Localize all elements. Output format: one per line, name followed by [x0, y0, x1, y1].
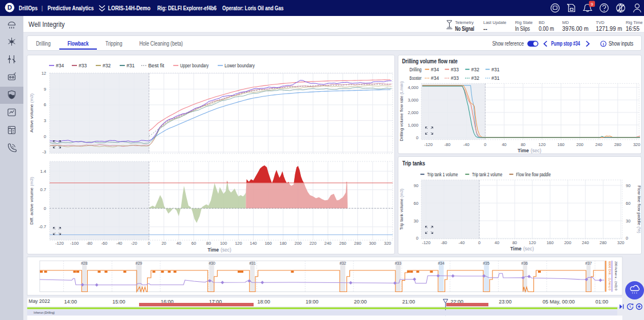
svg-text:Rig Time: Rig Time: [626, 20, 643, 25]
svg-text:(sec): (sec): [531, 148, 541, 153]
svg-text:#33: #33: [451, 75, 459, 81]
svg-text:9: 9: [44, 87, 46, 92]
svg-text:Show reference: Show reference: [492, 40, 524, 47]
svg-text:Lower boundary: Lower boundary: [225, 63, 255, 68]
svg-text:200: 200: [576, 142, 584, 147]
svg-text:0.00 m: 0.00 m: [539, 25, 554, 32]
svg-text:#32: #32: [471, 75, 479, 81]
svg-text:Time: Time: [207, 247, 219, 253]
svg-text:1.4: 1.4: [40, 169, 46, 174]
svg-text:-80: -80: [86, 241, 92, 246]
svg-text:220: 220: [309, 241, 317, 246]
svg-text:-40: -40: [116, 241, 123, 246]
svg-text:240: 240: [324, 241, 332, 246]
svg-text:200: 200: [295, 241, 302, 246]
svg-text:#34: #34: [56, 63, 64, 68]
svg-text:Flow line flow paddle (%): Flow line flow paddle (%): [637, 185, 641, 233]
svg-text:In Slips: In Slips: [515, 25, 530, 32]
svg-text:280: 280: [600, 240, 607, 245]
svg-text:Drilling volume flow rate (L/m: Drilling volume flow rate (L/min): [399, 81, 404, 141]
svg-text:3: 3: [44, 118, 46, 123]
svg-text:80: 80: [206, 241, 211, 246]
svg-text:D: D: [7, 4, 12, 11]
svg-text:#31: #31: [491, 67, 499, 72]
svg-text:16:55: 16:55: [626, 25, 639, 32]
svg-text:280: 280: [614, 142, 622, 147]
svg-text:#30: #30: [209, 261, 215, 265]
svg-text:-20: -20: [131, 241, 137, 246]
svg-text:-120: -120: [422, 240, 430, 245]
svg-text:60: 60: [414, 201, 418, 206]
svg-text:-40: -40: [463, 142, 470, 147]
svg-text:Drilling: Drilling: [36, 40, 51, 47]
svg-text:320: 320: [633, 142, 641, 147]
svg-text:Diff. active volume (m3): Diff. active volume (m3): [29, 177, 34, 225]
svg-text:Active volume (m3): Active volume (m3): [29, 93, 34, 132]
svg-text:80: 80: [521, 142, 525, 147]
svg-text:20: 20: [161, 241, 166, 246]
svg-text:#31: #31: [491, 75, 499, 81]
svg-text:#32: #32: [103, 63, 111, 68]
svg-text:Show inputs: Show inputs: [609, 40, 633, 47]
svg-text:Best fit: Best fit: [148, 63, 165, 68]
svg-text:0: 0: [416, 236, 418, 241]
svg-text:Upper boundary: Upper boundary: [180, 63, 209, 68]
svg-text:Trip tank volume (m3): Trip tank volume (m3): [399, 188, 404, 230]
svg-text:-40: -40: [459, 240, 465, 245]
svg-text:BD: BD: [539, 20, 545, 25]
svg-text:120: 120: [539, 142, 546, 147]
svg-text:Telemetry: Telemetry: [455, 20, 474, 25]
svg-text:Tripping: Tripping: [105, 40, 123, 47]
svg-text:Trip tank 1 volume: Trip tank 1 volume: [427, 172, 458, 177]
svg-text:0.7: 0.7: [40, 187, 46, 192]
svg-text:0: 0: [44, 134, 46, 139]
svg-text:Flow line flow paddle: Flow line flow paddle: [516, 172, 551, 177]
svg-text:240: 240: [582, 240, 589, 245]
svg-text:1271.99 m: 1271.99 m: [596, 25, 622, 32]
svg-text:May 2022: May 2022: [28, 298, 50, 304]
svg-text:300: 300: [369, 241, 377, 246]
svg-text:0: 0: [44, 206, 46, 211]
svg-text:18:00: 18:00: [257, 299, 270, 305]
svg-text:#34: #34: [431, 75, 439, 81]
svg-text:180: 180: [280, 241, 287, 246]
svg-text:19:00: 19:00: [305, 299, 319, 305]
svg-text:320: 320: [384, 241, 392, 246]
svg-text:90: 90: [626, 183, 630, 188]
svg-text:Hole Cleaning (beta): Hole Cleaning (beta): [139, 40, 183, 47]
svg-text:DrillOps: DrillOps: [19, 5, 38, 11]
svg-text:120: 120: [235, 241, 242, 246]
svg-text:#33: #33: [395, 261, 402, 265]
svg-text:30: 30: [414, 218, 418, 224]
svg-text:6000 Drill... (L/min) 0: 6000 Drill... (L/min) 0: [608, 261, 612, 290]
svg-text:60: 60: [626, 201, 630, 206]
svg-text:#37: #37: [585, 261, 592, 265]
svg-text:9: 9: [591, 2, 593, 7]
svg-text:i: i: [603, 42, 604, 46]
svg-text:Booster: Booster: [410, 75, 422, 81]
svg-text:#34: #34: [438, 261, 445, 265]
svg-text:23:00: 23:00: [499, 299, 512, 305]
svg-text:3976.00 m: 3976.00 m: [563, 25, 589, 32]
svg-text:#33: #33: [79, 63, 87, 68]
svg-text:Predictive Analytics: Predictive Analytics: [48, 5, 94, 11]
svg-text:(sec): (sec): [523, 246, 534, 252]
svg-text:No Signal: No Signal: [455, 25, 475, 32]
svg-text:#33: #33: [451, 67, 459, 72]
svg-text:2,000: 2,000: [407, 110, 418, 115]
svg-text:-3: -3: [42, 149, 46, 155]
svg-text:60: 60: [191, 241, 196, 246]
svg-text:Drilling volume flow rate: Drilling volume flow rate: [402, 58, 458, 64]
svg-text:#31: #31: [249, 261, 256, 265]
svg-text:|: |: [42, 5, 43, 11]
svg-text:Trip tanks: Trip tanks: [402, 160, 425, 167]
svg-text:40: 40: [502, 142, 506, 147]
svg-text:#36: #36: [521, 261, 528, 265]
svg-text:40: 40: [495, 240, 499, 245]
svg-text:0: 0: [148, 241, 150, 246]
svg-text:4,000: 4,000: [407, 85, 418, 90]
svg-text:Well Integrity: Well Integrity: [28, 21, 65, 29]
svg-text:05 May, 00:00: 05 May, 00:00: [543, 299, 574, 305]
svg-text:320: 320: [617, 240, 625, 245]
svg-text:12: 12: [42, 71, 46, 76]
